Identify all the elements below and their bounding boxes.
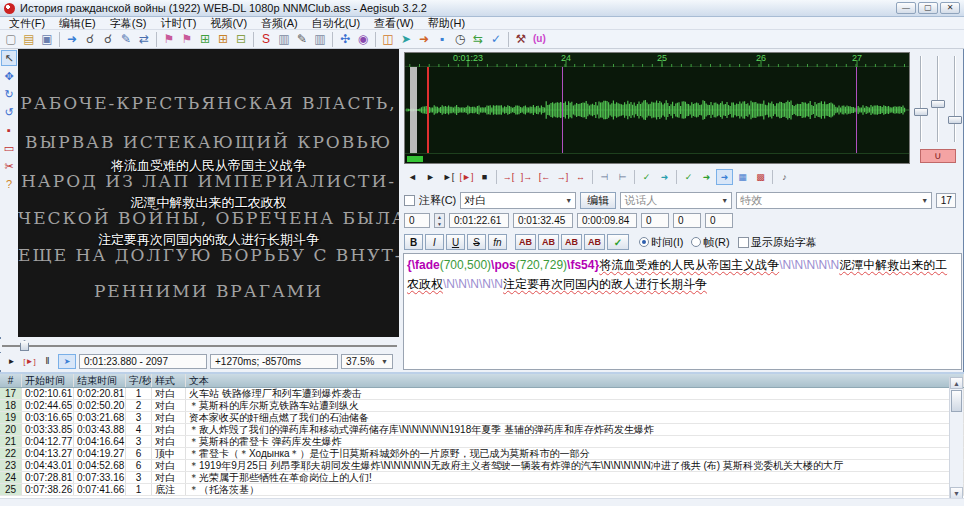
attachments-icon[interactable]: ⊞ <box>214 31 232 48</box>
style-select[interactable]: 对白 ▼ <box>460 192 576 209</box>
spell-language-label[interactable]: (u) <box>530 31 549 48</box>
table-row[interactable]: 21 0:04:12.77 0:04:16.64 3 对白 ＊莫斯科的霍登卡 弹… <box>0 436 964 448</box>
end-time-field[interactable]: 0:01:32.45 <box>513 213 573 228</box>
styles-manager-icon[interactable]: ⊞ <box>196 31 214 48</box>
properties-icon[interactable]: ▥ <box>275 31 293 48</box>
timing-postprocessor-icon[interactable]: ◷ <box>451 31 469 48</box>
help-button[interactable]: ? <box>1 176 17 192</box>
fonts-collector-icon[interactable]: ⊟ <box>232 31 250 48</box>
menu-item[interactable]: 计时(T) <box>153 17 203 30</box>
commit-check-button[interactable]: ✓ <box>607 234 629 250</box>
new-file-icon[interactable]: ▢ <box>2 31 20 48</box>
menu-item[interactable]: 自动化(U) <box>305 17 367 30</box>
play-line-button[interactable]: [►] <box>458 169 475 185</box>
shift-start-left-button[interactable]: →[ <box>500 169 517 185</box>
drag-tool[interactable]: ✥ <box>1 68 17 84</box>
open-file-icon[interactable]: ▤ <box>20 31 38 48</box>
separator[interactable] <box>508 32 509 47</box>
auto-seek-toggle[interactable]: ➤ <box>58 354 76 369</box>
primary-color-button[interactable]: AB <box>515 234 536 250</box>
vector-clip-tool[interactable]: ✂ <box>1 158 17 174</box>
auto-next-toggle[interactable]: ➜ <box>698 169 715 185</box>
styling-assistant-icon[interactable]: ✎ <box>117 31 135 48</box>
menu-item[interactable]: 视频(V) <box>203 17 254 30</box>
menu-item[interactable]: 音频(A) <box>254 17 305 30</box>
spectrum-toggle[interactable]: ▦ <box>734 169 751 185</box>
rotate-xy-tool[interactable]: ↺ <box>1 104 17 120</box>
separator[interactable] <box>156 32 157 47</box>
grid-scroll-thumb[interactable] <box>951 390 962 412</box>
effect-select[interactable]: 特效 ▼ <box>736 192 932 209</box>
seek-thumb[interactable] <box>20 340 29 351</box>
vertical-link-toggle[interactable]: ▩ <box>752 169 769 185</box>
duration-field[interactable]: 0:00:09.84 <box>577 213 637 228</box>
video-seek-bar[interactable] <box>0 339 399 352</box>
menu-item[interactable]: 查看(W) <box>367 17 421 30</box>
volume-slider[interactable] <box>954 56 956 142</box>
layer-stepper[interactable]: ▲▼ <box>434 213 445 228</box>
shift-end-right-button[interactable]: →] <box>554 169 571 185</box>
commit-button[interactable]: ✓ <box>638 169 655 185</box>
replace-icon[interactable]: ☌ <box>99 31 117 48</box>
standard-tool[interactable]: ↖ <box>1 50 17 66</box>
scale-tool[interactable]: ▪ <box>1 122 17 138</box>
table-row[interactable]: 25 0:07:38.26 0:07:41.66 1 底注 ＊（托洛茨基） <box>0 484 964 496</box>
strikeout-button[interactable]: S <box>467 234 486 250</box>
audio-comet-icon[interactable]: ➤ <box>397 31 415 48</box>
video-play-line-button[interactable]: [►] <box>22 354 37 369</box>
video-play-button[interactable]: ► <box>4 354 19 369</box>
auto-commit-toggle[interactable]: ✓ <box>680 169 697 185</box>
separator[interactable] <box>253 32 254 47</box>
frame-radio[interactable] <box>691 237 701 247</box>
start-time-field[interactable]: 0:01:22.61 <box>449 213 509 228</box>
waveform-area[interactable] <box>405 67 909 153</box>
separator[interactable] <box>496 170 497 184</box>
font-button[interactable]: fn <box>488 234 507 250</box>
actor-select[interactable]: 说话人 ▼ <box>620 192 732 209</box>
video-pause-button[interactable]: Ⅱ <box>40 354 55 369</box>
margin-left-field[interactable]: 0 <box>641 213 669 228</box>
separator[interactable] <box>375 32 376 47</box>
scroll-up-arrow[interactable]: ▲ <box>950 377 963 389</box>
separator[interactable] <box>634 170 635 184</box>
play-before-button[interactable]: ◄ <box>404 169 421 185</box>
shift-times-icon[interactable]: ➜ <box>415 31 433 48</box>
automation-icon[interactable]: ✣ <box>336 31 354 48</box>
jump-to-icon[interactable]: ➜ <box>63 31 81 48</box>
maximize-button[interactable]: ▢ <box>918 2 938 14</box>
close-button[interactable]: ✕ <box>940 2 960 14</box>
video-display[interactable]: Рабоче-крестьянская власть,вырвав истека… <box>18 49 399 337</box>
layer-field[interactable]: 0 <box>404 213 430 228</box>
auto-scroll-toggle[interactable]: ➜ <box>716 169 733 185</box>
properties-flag-icon[interactable]: ⚑ <box>160 31 178 48</box>
table-row[interactable]: 23 0:04:43.01 0:04:52.68 6 对白 ＊1919年9月25… <box>0 460 964 472</box>
vertical-zoom-slider[interactable] <box>937 56 939 142</box>
menu-item[interactable]: 文件(F) <box>2 17 52 30</box>
separator[interactable] <box>676 170 677 184</box>
save-file-icon[interactable]: ▣ <box>38 31 56 48</box>
shadow-color-button[interactable]: AB <box>584 234 605 250</box>
comment-checkbox[interactable] <box>404 195 415 206</box>
spell-checker-icon[interactable]: S <box>257 31 275 48</box>
time-radio[interactable] <box>639 237 649 247</box>
options-hammer-icon[interactable]: ⚒ <box>512 31 530 48</box>
table-row[interactable]: 24 0:07:28.81 0:07:33.16 3 对白 ＊光荣属于那些牺牲在… <box>0 472 964 484</box>
subtitle-text-editor[interactable]: {\fade(700,500)\pos(720,729)\fs54}将流血受难的… <box>403 253 962 370</box>
karaoke-toggle[interactable]: ♪ <box>776 169 793 185</box>
secondary-color-button[interactable]: AB <box>538 234 559 250</box>
underline-button[interactable]: U <box>446 234 465 250</box>
margin-vertical-field[interactable]: 0 <box>705 213 733 228</box>
lead-in-button[interactable]: ⊣ <box>596 169 613 185</box>
toggle-tags-icon[interactable]: ▪ <box>433 31 451 48</box>
separator[interactable] <box>772 170 773 184</box>
stop-button[interactable]: ■ <box>476 169 493 185</box>
clip-tool[interactable]: ▭ <box>1 140 17 156</box>
table-row[interactable]: 20 0:03:33.85 0:03:43.88 4 对白 ＊敌人炸毁了我们的弹… <box>0 424 964 436</box>
audio-display[interactable]: 0:01:23 24 25 26 27 <box>404 52 910 164</box>
edit-pen-icon[interactable]: ✎ <box>293 31 311 48</box>
video-zoom-select[interactable]: 37.5% ▼ <box>341 354 393 369</box>
play-after-button[interactable]: ► <box>422 169 439 185</box>
paste-over-icon[interactable]: ▥ <box>311 31 329 48</box>
edit-style-button[interactable]: 编辑 <box>580 192 616 209</box>
go-to-selection-button[interactable]: ➜ <box>656 169 673 185</box>
